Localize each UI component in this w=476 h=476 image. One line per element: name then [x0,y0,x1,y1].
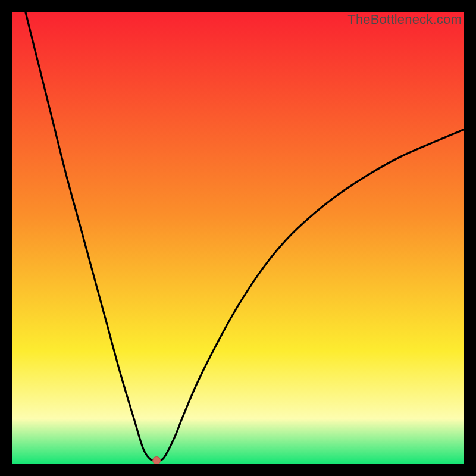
gradient-background [12,12,464,464]
bottleneck-chart [12,12,464,464]
watermark-text: TheBottleneck.com [347,12,462,27]
optimal-point-marker [153,456,161,464]
chart-frame: TheBottleneck.com [12,12,464,464]
